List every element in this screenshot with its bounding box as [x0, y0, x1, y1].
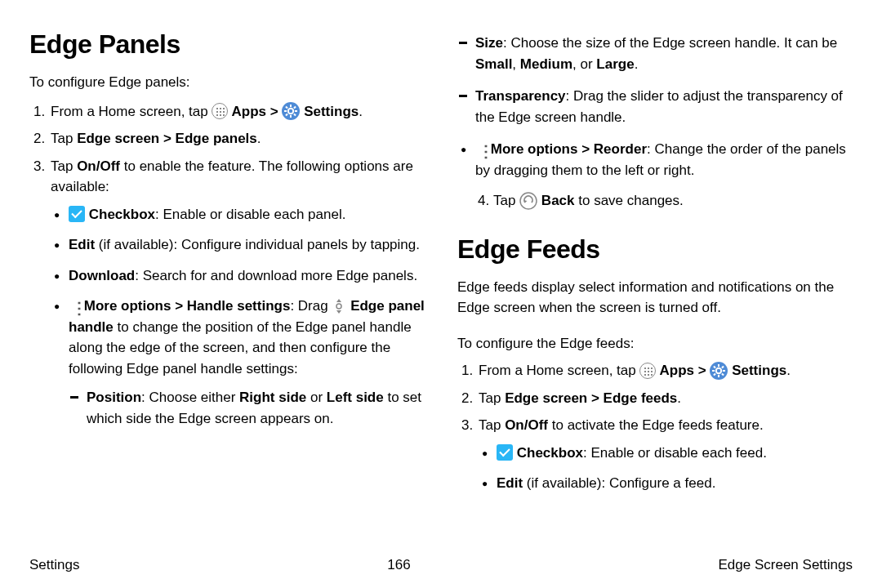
more-options-icon: [475, 141, 487, 158]
footer-left: Settings: [29, 557, 79, 573]
heading-edge-feeds: Edge Feeds: [457, 229, 853, 269]
step-1: From a Home screen, tap Apps > Settings.: [49, 101, 425, 122]
feeds-steps: From a Home screen, tap Apps > Settings.…: [457, 360, 853, 494]
handle-dashes-cont: Size: Choose the size of the Edge screen…: [457, 33, 853, 127]
step-4: Tap Back to save changes.: [493, 190, 853, 212]
dash-position: Position: Choose either Right side or Le…: [69, 387, 425, 429]
left-column: Edge Panels To configure Edge panels: Fr…: [29, 24, 425, 504]
page-footer: Settings 166 Edge Screen Settings: [29, 557, 853, 573]
feed-bullet-checkbox: Checkbox: Enable or disable each feed.: [479, 443, 853, 464]
step-2: Tap Edge screen > Edge panels.: [49, 128, 425, 149]
feed-bullets: Checkbox: Enable or disable each feed. E…: [479, 443, 853, 494]
feeds-config-intro: To configure the Edge feeds:: [457, 333, 853, 354]
bullet-more-options: More options > Handle settings: Drag Edg…: [51, 296, 425, 429]
gear-icon: [710, 362, 728, 380]
checkbox-icon: [497, 444, 513, 461]
feed-bullet-edit: Edit (if available): Configure a feed.: [479, 473, 853, 494]
intro-text: To configure Edge panels:: [29, 72, 425, 93]
bullet-download: Download: Search for and download more E…: [51, 265, 425, 287]
feed-step-2: Tap Edge screen > Edge feeds.: [477, 388, 853, 409]
right-column: Size: Choose the size of the Edge screen…: [457, 24, 853, 504]
reorder-bullet: More options > Reorder: Change the order…: [457, 139, 853, 180]
more-options-icon: [69, 298, 80, 314]
feeds-intro: Edge feeds display select information an…: [457, 277, 853, 318]
gear-icon: [282, 102, 300, 120]
footer-page-number: 166: [387, 557, 410, 573]
checkbox-icon: [69, 206, 85, 222]
dash-transparency: Transparency: Drag the slider to adjust …: [457, 86, 853, 127]
panels-steps: From a Home screen, tap Apps > Settings.…: [29, 101, 425, 430]
bullet-edit: Edit (if available): Configure individua…: [51, 234, 425, 256]
dash-size: Size: Choose the size of the Edge screen…: [457, 33, 853, 74]
apps-icon: [212, 103, 228, 119]
bullet-checkbox: Checkbox: Enable or disable each panel.: [51, 204, 425, 225]
handle-icon: [332, 296, 346, 316]
apps-icon: [639, 363, 656, 379]
feed-step-3: Tap On/Off to activate the Edge feeds fe…: [477, 415, 853, 494]
bullet-reorder: More options > Reorder: Change the order…: [457, 139, 853, 180]
footer-right: Edge Screen Settings: [719, 557, 853, 573]
handle-dashes: Position: Choose either Right side or Le…: [69, 387, 425, 429]
step-3: Tap On/Off to enable the feature. The fo…: [49, 156, 425, 430]
feed-step-1: From a Home screen, tap Apps > Settings.: [477, 360, 853, 381]
step3-bullets: Checkbox: Enable or disable each panel. …: [51, 204, 425, 430]
heading-edge-panels: Edge Panels: [29, 24, 425, 64]
back-icon: [519, 192, 537, 210]
panels-step4: Tap Back to save changes.: [457, 190, 853, 212]
